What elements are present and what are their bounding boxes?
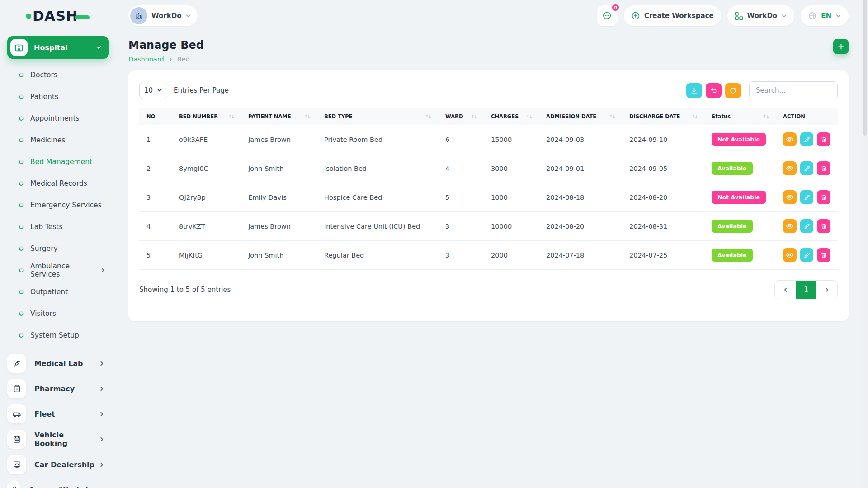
table-row: 5 MIjKftG John Smith Regular Bed 3 2000 … [139,241,838,270]
sidebar-item-label: Lab Tests [30,223,63,231]
cell-bed-number: QJ2ryBp [172,183,241,212]
status-badge: Available [712,162,753,175]
sidebar-item-medicines[interactable]: Medicines [0,129,116,151]
entries-per-page-select[interactable]: 10 [139,82,167,99]
cell-no: 2 [139,154,172,183]
refresh-button[interactable] [725,83,741,98]
delete-button[interactable] [817,190,830,204]
scrollbar-thumb[interactable] [863,0,867,136]
sidebar-module-pharmacy[interactable]: Pharmacy [0,376,116,401]
delete-button[interactable] [817,219,830,233]
undo-button[interactable] [706,83,722,98]
sidebar-module-label: Medical Lab [34,359,99,368]
view-button[interactable] [783,248,797,262]
apps-menu-button[interactable]: WorkDo [727,5,794,26]
cell-ward: 3 [438,212,484,241]
view-button[interactable] [783,161,797,175]
logo-dot-icon [26,14,31,19]
breadcrumb-dashboard-link[interactable]: Dashboard [128,56,164,63]
search-input[interactable] [749,81,838,99]
table-row: 3 QJ2ryBp Emily Davis Hospice Care Bed 5… [139,183,838,212]
sidebar-item-lab-tests[interactable]: Lab Tests [0,216,116,238]
sidebar-item-ambulance-services[interactable]: Ambulance Services [0,259,116,281]
sidebar-item-doctors[interactable]: Doctors [0,64,116,86]
sort-icon: ↑↓ [526,114,532,119]
sort-icon: ↑↓ [471,114,476,119]
sidebar-item-label: Medicines [30,136,65,144]
refresh-icon [729,87,737,94]
edit-button[interactable] [800,248,814,262]
delete-button[interactable] [817,132,830,146]
edit-button[interactable] [800,161,814,175]
header-ward[interactable]: WARD↑↓ [438,108,484,125]
page-scrollbar[interactable] [862,0,868,488]
delete-button[interactable] [817,248,830,262]
sidebar-item-label: Surgery [30,244,58,253]
bullet-icon [19,224,24,230]
header-action: ACTION [776,108,838,125]
sidebar-item-label: Patients [30,93,58,101]
edit-button[interactable] [800,132,814,146]
header-bed-type[interactable]: BED TYPE↑↓ [317,108,438,125]
export-button[interactable] [686,83,702,98]
edit-button[interactable] [800,219,814,233]
cell-discharge-date: 2024-09-10 [622,125,704,154]
sidebar-item-label: Emergency Services [30,201,102,209]
sidebar-item-medical-records[interactable]: Medical Records [0,173,116,194]
sort-icon: ↑↓ [425,114,431,119]
status-badge: Available [712,220,753,233]
chevron-down-icon [96,45,102,51]
language-selector[interactable]: EN [801,5,849,26]
view-button[interactable] [783,132,797,146]
sidebar-module-hospital[interactable]: Hospital [7,36,109,59]
view-button[interactable] [783,190,797,204]
sidebar-item-bed-management[interactable]: Bed Management [0,151,116,173]
wrench-icon [7,480,20,488]
hospital-submenu: Doctors Patients Appointments Medicines … [0,61,116,347]
topbar: WorkDo 0 Create Workspace WorkDo [116,0,868,32]
pagination-next-button[interactable] [816,281,837,299]
header-bed-number[interactable]: BED NUMBER↑↓ [172,108,241,125]
cell-bed-number: 8trvKZT [172,212,241,241]
sidebar-module-car-dealership[interactable]: Car Dealership [0,452,116,477]
chevron-right-icon [99,411,105,417]
header-charges[interactable]: CHARGES↑↓ [484,108,539,125]
sidebar-module-fleet[interactable]: Fleet [0,401,116,427]
sidebar-item-label: Appointments [30,114,80,122]
delete-button[interactable] [817,161,830,175]
chevron-right-icon [99,436,105,442]
cell-no: 3 [139,183,172,212]
create-workspace-button[interactable]: Create Workspace [624,5,721,26]
sidebar-item-visitors[interactable]: Visitors [0,303,116,324]
trash-icon [820,165,827,172]
header-admission-date[interactable]: ADMISSION DATE↑↓ [539,108,622,125]
workspace-selector[interactable]: WorkDo [128,5,198,26]
sidebar-item-label: System Setup [30,331,79,339]
sidebar-item-outpatient[interactable]: Outpatient [0,281,116,303]
view-button[interactable] [783,219,797,233]
cell-discharge-date: 2024-08-20 [622,183,704,212]
edit-button[interactable] [800,190,814,204]
calendar-icon [7,430,26,449]
sidebar-module-medical-lab[interactable]: Medical Lab [0,351,116,376]
sidebar-item-system-setup[interactable]: System Setup [0,324,116,346]
messages-button[interactable]: 0 [597,5,618,26]
add-bed-button[interactable] [833,39,849,54]
pagination-page-1[interactable]: 1 [796,281,816,299]
cell-bed-number: 8ymgl0C [172,154,241,183]
header-discharge-date[interactable]: DISCHARGE DATE↑↓ [622,108,704,125]
header-status[interactable]: Status↑↓ [704,108,776,125]
sidebar-item-appointments[interactable]: Appointments [0,108,116,129]
sidebar-module-vehicle-booking[interactable]: Vehicle Booking [0,427,116,452]
sidebar-item-label: Doctors [30,71,57,79]
sidebar-item-patients[interactable]: Patients [0,86,116,108]
clipboard-icon [7,379,26,398]
pagination-prev-button[interactable] [775,281,796,299]
main-area: WorkDo 0 Create Workspace WorkDo [116,0,868,488]
sidebar-module-garage-workshop[interactable]: Garage/Workshop [0,477,116,488]
chevron-right-icon [824,287,830,293]
sidebar-item-surgery[interactable]: Surgery [0,238,116,259]
create-workspace-label: Create Workspace [644,12,714,20]
sidebar-item-emergency-services[interactable]: Emergency Services [0,194,116,216]
header-patient-name[interactable]: PATIENT NAME↑↓ [241,108,317,125]
